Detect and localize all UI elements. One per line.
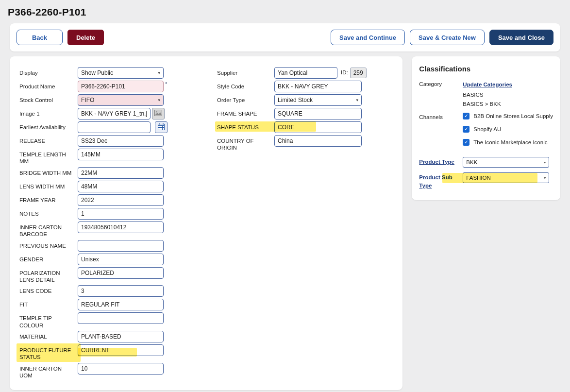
- chevron-down-icon: ▾: [544, 176, 546, 180]
- product-name-input[interactable]: [78, 81, 164, 92]
- category-value: BASICS: [463, 92, 512, 98]
- product-future-status-input[interactable]: [78, 344, 164, 356]
- field-row-notes: NOTES: [19, 208, 197, 220]
- field-row-style-code: Style Code: [217, 81, 377, 92]
- channel-label: B2B Online Stores Local Supply: [473, 113, 553, 119]
- image1-input[interactable]: [78, 108, 151, 119]
- checkbox-checked-icon[interactable]: ✓: [463, 113, 469, 119]
- field-row-inner-carton-barcode: INNER CARTON BARCODE: [19, 222, 197, 238]
- country-of-origin-input[interactable]: [274, 135, 362, 147]
- release-input[interactable]: [78, 135, 164, 147]
- channels-list: ✓ B2B Online Stores Local Supply ✓ Shopi…: [463, 113, 553, 152]
- field-row-release: RELEASE: [19, 135, 197, 147]
- product-type-row: Product Type BKK ▾: [419, 157, 553, 168]
- field-row-supplier: Supplier ID: 259: [217, 67, 377, 79]
- field-row-stock-control: Stock Control FIFO ▾: [19, 94, 197, 106]
- field-row-inner-carton-uom: INNER CARTON UOM: [19, 363, 197, 379]
- frame-year-label: FRAME YEAR: [19, 194, 78, 204]
- required-mark: *: [165, 81, 167, 87]
- frame-year-input[interactable]: [78, 194, 164, 206]
- field-row-frame-shape: FRAME SHAPE: [217, 108, 377, 119]
- toolbar-right-group: Save and Continue Save & Create New Save…: [331, 30, 553, 45]
- field-row-order-type: Order Type Limited Stock ▾: [217, 94, 377, 106]
- fit-label: FIT: [19, 299, 78, 308]
- back-button[interactable]: Back: [17, 30, 63, 45]
- temple-tip-colour-label: TEMPLE TIP COLOUR: [19, 312, 78, 329]
- shape-status-input[interactable]: [274, 121, 362, 133]
- channels-label: Channels: [419, 113, 463, 121]
- stock-control-select[interactable]: FIFO ▾: [78, 94, 164, 106]
- field-row-fit: FIT: [19, 299, 197, 310]
- inner-carton-uom-input[interactable]: [78, 363, 164, 375]
- product-type-link[interactable]: Product Type: [419, 159, 454, 165]
- channel-item: ✓ B2B Online Stores Local Supply: [463, 113, 553, 119]
- bridge-width-input[interactable]: [78, 167, 164, 179]
- supplier-id-label: ID:: [337, 67, 348, 75]
- product-type-select[interactable]: BKK ▾: [463, 157, 549, 168]
- product-future-status-label: PRODUCT FUTURE STATUS: [19, 344, 78, 361]
- stock-control-select-value: FIFO: [81, 97, 94, 103]
- classifications-card: Classifications Category Update Categori…: [412, 56, 560, 200]
- product-sub-type-select[interactable]: FASHION ▾: [463, 172, 549, 183]
- image1-label: Image 1: [19, 108, 78, 117]
- notes-input[interactable]: [78, 208, 164, 220]
- chevron-down-icon: ▾: [158, 70, 160, 75]
- calendar-button[interactable]: [155, 121, 168, 133]
- display-select[interactable]: Show Public ▾: [78, 67, 164, 79]
- temple-length-input[interactable]: [78, 149, 164, 160]
- order-type-select-value: Limited Stock: [278, 97, 313, 103]
- gender-label: GENDER: [19, 254, 78, 263]
- field-row-product-name: Product Name *: [19, 81, 197, 92]
- gender-input[interactable]: [78, 254, 164, 265]
- channel-item: ✓ The Iconic Marketplace Iconic: [463, 139, 553, 146]
- form-middle-column: Supplier ID: 259 Style Code Order Type L…: [217, 67, 377, 153]
- polarization-input[interactable]: [78, 267, 164, 279]
- lens-code-input[interactable]: [78, 285, 164, 297]
- supplier-input[interactable]: [274, 67, 337, 79]
- style-code-label: Style Code: [217, 81, 274, 90]
- field-row-material: MATERIAL: [19, 331, 197, 342]
- frame-shape-input[interactable]: [274, 108, 362, 119]
- field-row-frame-year: FRAME YEAR: [19, 194, 197, 206]
- field-row-temple-tip-colour: TEMPLE TIP COLOUR: [19, 312, 197, 329]
- field-row-lens-code: LENS CODE: [19, 285, 197, 297]
- release-label: RELEASE: [19, 135, 78, 144]
- checkbox-checked-icon[interactable]: ✓: [463, 126, 469, 133]
- image-preview-button[interactable]: [152, 108, 165, 119]
- page: P366-2260-P101 Back Delete Save and Cont…: [0, 0, 570, 392]
- product-type-label-cell: Product Type: [419, 157, 463, 166]
- chevron-down-icon: ▾: [544, 160, 546, 165]
- temple-tip-colour-input[interactable]: [78, 312, 164, 324]
- style-code-input[interactable]: [274, 81, 362, 92]
- inner-carton-uom-label: INNER CARTON UOM: [19, 363, 78, 379]
- save-and-close-button[interactable]: Save and Close: [489, 30, 553, 45]
- lens-width-input[interactable]: [78, 181, 164, 192]
- material-input[interactable]: [78, 331, 164, 342]
- lens-code-label: LENS CODE: [19, 285, 78, 294]
- delete-button[interactable]: Delete: [67, 30, 104, 45]
- temple-length-label: TEMPLE LENGTH MM: [19, 149, 78, 165]
- main-area: Display Show Public ▾ Product Name * Sto…: [10, 56, 560, 390]
- country-of-origin-label: COUNTRY OF ORIGIN: [217, 135, 274, 152]
- previous-name-input[interactable]: [78, 240, 164, 252]
- checkbox-checked-icon[interactable]: ✓: [463, 139, 469, 146]
- update-categories-link[interactable]: Update Categories: [463, 82, 512, 87]
- field-row-country-of-origin: COUNTRY OF ORIGIN: [217, 135, 377, 152]
- order-type-select[interactable]: Limited Stock ▾: [274, 94, 362, 106]
- shape-status-label: SHAPE STATUS: [217, 121, 274, 131]
- display-select-value: Show Public: [81, 69, 113, 76]
- action-toolbar: Back Delete Save and Continue Save & Cre…: [10, 23, 560, 51]
- save-and-continue-button[interactable]: Save and Continue: [331, 30, 405, 45]
- product-sub-type-link[interactable]: Product Sub Type: [419, 174, 452, 188]
- field-row-earliest-availability: Earliest Availability: [19, 121, 197, 133]
- fit-input[interactable]: [78, 299, 164, 310]
- product-name-label: Product Name: [19, 81, 78, 90]
- field-row-shape-status: SHAPE STATUS: [217, 121, 377, 133]
- inner-carton-barcode-input[interactable]: [78, 222, 164, 233]
- category-value: BASICS > BKK: [463, 101, 512, 107]
- earliest-availability-input[interactable]: [78, 121, 151, 133]
- material-label: MATERIAL: [19, 331, 78, 340]
- category-values: Update Categories BASICS BASICS > BKK: [463, 80, 512, 107]
- field-row-polarization: POLARIZATION LENS DETAIL: [19, 267, 197, 284]
- save-and-create-new-button[interactable]: Save & Create New: [410, 30, 485, 45]
